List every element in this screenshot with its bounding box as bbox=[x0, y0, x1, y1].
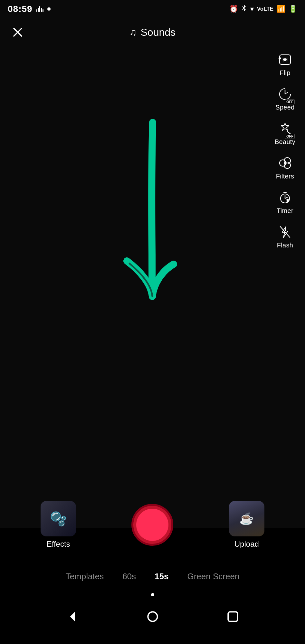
wifi-icon: ▾ bbox=[250, 5, 254, 13]
flash-icon bbox=[277, 224, 293, 240]
filters-icon bbox=[277, 155, 293, 171]
effects-thumbnail: 🫧 bbox=[41, 501, 76, 536]
tab-60s[interactable]: 60s bbox=[121, 569, 137, 584]
timer-button[interactable]: 3 Timer bbox=[272, 185, 298, 219]
svg-text:3: 3 bbox=[287, 198, 289, 202]
back-nav-button[interactable] bbox=[63, 607, 82, 626]
beauty-icon: OFF bbox=[277, 120, 293, 137]
battery-icon: 🔋 bbox=[289, 5, 297, 13]
status-left: 08:59 bbox=[8, 4, 51, 14]
nav-bar bbox=[0, 599, 305, 634]
flash-button[interactable]: Flash bbox=[272, 219, 298, 254]
mode-tabs: Templates 60s 15s Green Screen bbox=[0, 563, 305, 589]
svg-marker-18 bbox=[70, 612, 75, 621]
speed-label: Speed bbox=[275, 104, 294, 111]
flip-button[interactable]: Flip bbox=[272, 47, 298, 81]
speed-off-badge: OFF bbox=[285, 99, 295, 104]
timer-icon: 3 bbox=[277, 189, 293, 206]
header: ♫ Sounds bbox=[0, 18, 305, 47]
dot-indicator bbox=[47, 7, 51, 11]
beauty-off-badge: OFF bbox=[285, 134, 295, 139]
upload-label: Upload bbox=[234, 540, 259, 549]
svg-point-19 bbox=[148, 612, 157, 621]
bluetooth-icon bbox=[241, 4, 247, 14]
music-icon: ♫ bbox=[129, 27, 137, 38]
status-time: 08:59 bbox=[8, 4, 33, 14]
svg-rect-20 bbox=[228, 612, 237, 621]
tab-green-screen[interactable]: Green Screen bbox=[186, 569, 241, 584]
right-toolbar: Flip OFF Speed OFF Beauty bbox=[272, 47, 299, 254]
status-right: ⏰ ▾ VoLTE 📶 🔋 bbox=[229, 4, 297, 14]
speed-button[interactable]: OFF Speed bbox=[272, 81, 298, 116]
recents-nav-button[interactable] bbox=[223, 607, 243, 626]
flash-label: Flash bbox=[277, 242, 293, 249]
bottom-controls: 🫧 Effects ☕ Upload bbox=[0, 493, 305, 557]
volte-icon: VoLTE bbox=[257, 6, 273, 12]
timer-label: Timer bbox=[277, 207, 293, 215]
speed-icon: OFF bbox=[277, 86, 293, 102]
alarm-icon: ⏰ bbox=[229, 5, 238, 13]
effects-button[interactable]: 🫧 Effects bbox=[41, 501, 76, 549]
record-button-inner bbox=[136, 509, 168, 541]
mode-indicator-dot bbox=[151, 593, 154, 596]
podcast-icon bbox=[36, 6, 43, 12]
header-title: ♫ Sounds bbox=[129, 26, 176, 38]
filters-button[interactable]: Filters bbox=[272, 150, 298, 185]
svg-line-6 bbox=[285, 92, 288, 94]
status-bar: 08:59 ⏰ ▾ VoLTE 📶 🔋 bbox=[0, 0, 305, 18]
upload-thumbnail: ☕ bbox=[229, 501, 264, 536]
record-button[interactable] bbox=[131, 504, 173, 546]
tab-15s[interactable]: 15s bbox=[153, 569, 170, 584]
upload-button[interactable]: ☕ Upload bbox=[229, 501, 264, 549]
home-nav-button[interactable] bbox=[143, 607, 162, 626]
effects-label: Effects bbox=[47, 540, 70, 549]
tab-templates[interactable]: Templates bbox=[64, 569, 105, 584]
arrow-drawing bbox=[120, 119, 185, 345]
beauty-button[interactable]: OFF Beauty bbox=[272, 116, 299, 150]
flip-label: Flip bbox=[280, 69, 290, 77]
header-title-text: Sounds bbox=[140, 26, 176, 38]
camera-viewfinder bbox=[0, 0, 305, 528]
filters-label: Filters bbox=[276, 173, 294, 180]
flip-icon bbox=[277, 51, 293, 68]
beauty-label: Beauty bbox=[275, 138, 295, 146]
close-button[interactable] bbox=[10, 24, 26, 40]
signal-icon: 📶 bbox=[277, 5, 285, 13]
